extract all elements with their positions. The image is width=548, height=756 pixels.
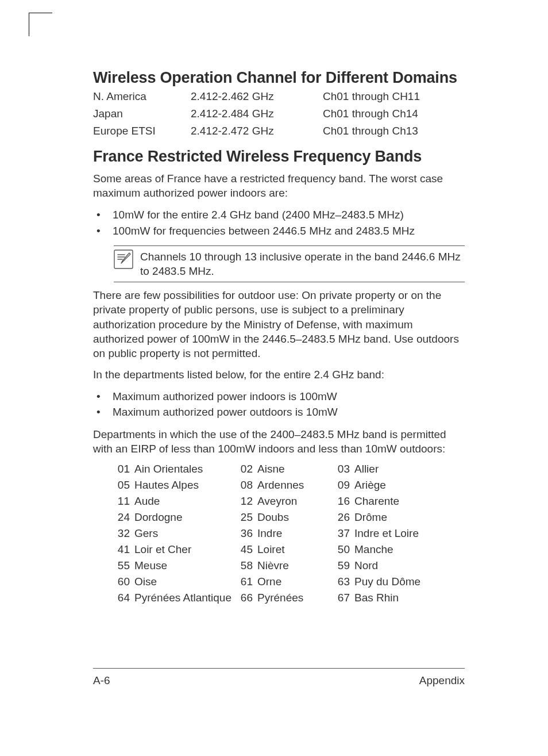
- domain-channels: Ch01 through CH11: [323, 90, 465, 103]
- department-name: Puy du Dôme: [354, 575, 420, 588]
- list-item: Maximum authorized power indoors is 100m…: [93, 389, 465, 405]
- list-item: Maximum authorized power outdoors is 10m…: [93, 404, 465, 420]
- department-cell: 25Doubs: [239, 511, 334, 524]
- department-number: 03: [336, 463, 350, 475]
- note-box: Channels 10 through 13 inclusive operate…: [114, 245, 465, 282]
- department-name: Doubs: [257, 511, 289, 524]
- page-content: Wireless Operation Channel for Different…: [0, 0, 548, 756]
- department-number: 02: [239, 463, 253, 475]
- department-name: Aisne: [257, 463, 285, 475]
- heading-wireless-domains: Wireless Operation Channel for Different…: [93, 69, 465, 87]
- department-number: 61: [239, 575, 253, 588]
- department-name: Hautes Alpes: [134, 479, 199, 492]
- department-cell: 05Hautes Alpes: [116, 479, 237, 492]
- department-cell: 12Aveyron: [239, 495, 334, 508]
- department-name: Aveyron: [257, 495, 297, 508]
- department-cell: 41Loir et Cher: [116, 543, 237, 556]
- department-number: 59: [336, 559, 350, 572]
- footer-page-number: A-6: [93, 674, 110, 687]
- department-number: 09: [336, 479, 350, 492]
- department-name: Nièvre: [257, 559, 289, 572]
- department-name: Ain Orientales: [134, 463, 203, 475]
- department-name: Allier: [354, 463, 379, 475]
- department-number: 45: [239, 543, 253, 556]
- department-name: Pyrénées Atlantique: [134, 592, 231, 604]
- department-number: 12: [239, 495, 253, 508]
- department-name: Loir et Cher: [134, 543, 191, 556]
- department-cell: 36Indre: [239, 527, 334, 540]
- france-paragraph-outdoor: There are few possibilities for outdoor …: [93, 288, 465, 360]
- domain-region: N. America: [93, 90, 191, 103]
- department-cell: 45Loiret: [239, 543, 334, 556]
- department-number: 55: [116, 559, 130, 572]
- department-cell: 26Drôme: [336, 511, 465, 524]
- department-name: Loiret: [257, 543, 285, 556]
- footer-section-name: Appendix: [419, 674, 465, 687]
- department-name: Ardennes: [257, 479, 304, 492]
- department-cell: 64Pyrénées Atlantique: [116, 592, 237, 604]
- page-footer: A-6 Appendix: [93, 668, 465, 687]
- department-number: 66: [239, 592, 253, 604]
- department-cell: 66Pyrénées: [239, 592, 334, 604]
- department-number: 64: [116, 592, 130, 604]
- domain-freq: 2.412-2.484 GHz: [191, 108, 323, 120]
- department-number: 05: [116, 479, 130, 492]
- department-cell: 16Charente: [336, 495, 465, 508]
- domain-region: Europe ETSI: [93, 125, 191, 137]
- department-name: Bas Rhin: [354, 592, 399, 604]
- department-number: 08: [239, 479, 253, 492]
- list-item: 10mW for the entire 2.4 GHz band (2400 M…: [93, 207, 465, 223]
- department-number: 16: [336, 495, 350, 508]
- department-name: Drôme: [354, 511, 387, 524]
- domain-region: Japan: [93, 108, 191, 120]
- department-cell: 61Orne: [239, 575, 334, 588]
- department-name: Pyrénées: [257, 592, 303, 604]
- department-cell: 24Dordogne: [116, 511, 237, 524]
- department-name: Indre: [257, 527, 282, 540]
- department-cell: 58Nièvre: [239, 559, 334, 572]
- department-number: 26: [336, 511, 350, 524]
- france-intro-paragraph: Some areas of France have a restricted f…: [93, 171, 465, 200]
- department-cell: 09Ariège: [336, 479, 465, 492]
- departments-grid: 01Ain Orientales02Aisne03Allier05Hautes …: [116, 463, 465, 604]
- france-paragraph-departments-intro: In the departments listed below, for the…: [93, 367, 465, 382]
- department-name: Meuse: [134, 559, 167, 572]
- department-cell: 63Puy du Dôme: [336, 575, 465, 588]
- department-number: 25: [239, 511, 253, 524]
- department-name: Gers: [134, 527, 158, 540]
- heading-france-bands: France Restricted Wireless Frequency Ban…: [93, 148, 465, 166]
- domain-channels: Ch01 through Ch13: [323, 125, 465, 137]
- department-cell: 01Ain Orientales: [116, 463, 237, 475]
- department-name: Ariège: [354, 479, 386, 492]
- france-bullets-1: 10mW for the entire 2.4 GHz band (2400 M…: [93, 207, 465, 239]
- department-cell: 02Aisne: [239, 463, 334, 475]
- france-bullets-2: Maximum authorized power indoors is 100m…: [93, 389, 465, 420]
- department-name: Aude: [134, 495, 160, 508]
- list-item: 100mW for frequencies between 2446.5 MHz…: [93, 223, 465, 239]
- department-cell: 32Gers: [116, 527, 237, 540]
- department-cell: 55Meuse: [116, 559, 237, 572]
- department-name: Indre et Loire: [354, 527, 419, 540]
- department-cell: 08Ardennes: [239, 479, 334, 492]
- department-cell: 50Manche: [336, 543, 465, 556]
- department-number: 37: [336, 527, 350, 540]
- department-cell: 11Aude: [116, 495, 237, 508]
- department-cell: 37Indre et Loire: [336, 527, 465, 540]
- department-cell: 59Nord: [336, 559, 465, 572]
- domain-freq: 2.412-2.472 GHz: [191, 125, 323, 137]
- department-name: Charente: [354, 495, 399, 508]
- department-number: 32: [116, 527, 130, 540]
- department-number: 36: [239, 527, 253, 540]
- note-text: Channels 10 through 13 inclusive operate…: [140, 250, 465, 278]
- department-cell: 03Allier: [336, 463, 465, 475]
- department-number: 60: [116, 575, 130, 588]
- domain-channels: Ch01 through Ch14: [323, 108, 465, 120]
- department-number: 11: [116, 495, 130, 508]
- department-number: 41: [116, 543, 130, 556]
- department-name: Oise: [134, 575, 157, 588]
- department-number: 63: [336, 575, 350, 588]
- department-number: 01: [116, 463, 130, 475]
- department-name: Orne: [257, 575, 281, 588]
- department-name: Manche: [354, 543, 393, 556]
- department-cell: 67Bas Rhin: [336, 592, 465, 604]
